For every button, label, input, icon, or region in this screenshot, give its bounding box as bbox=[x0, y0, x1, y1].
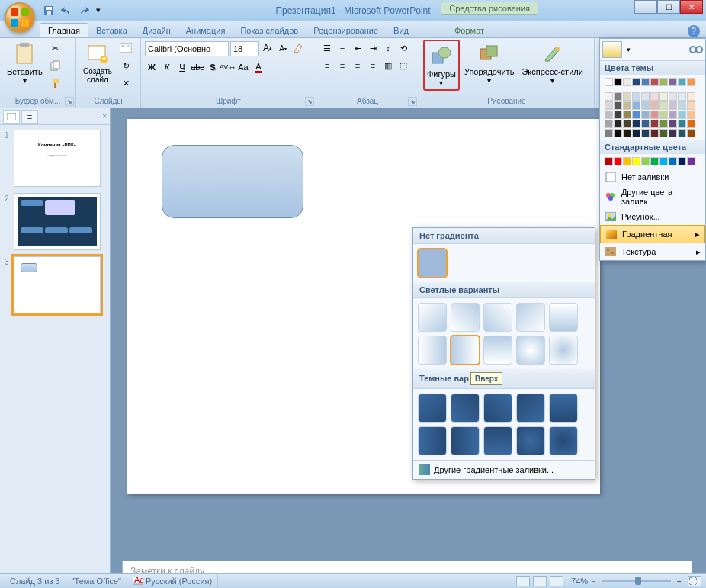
standard-color-4[interactable] bbox=[641, 157, 650, 165]
theme-tint-4-2[interactable] bbox=[623, 129, 631, 137]
theme-tint-1-7[interactable] bbox=[669, 101, 677, 110]
theme-tint-0-7[interactable] bbox=[669, 92, 677, 101]
align-left-icon[interactable]: ≡ bbox=[320, 59, 334, 72]
tab-review[interactable]: Рецензирование bbox=[306, 24, 386, 37]
help-icon[interactable]: ? bbox=[688, 25, 700, 37]
copy-icon[interactable] bbox=[47, 57, 64, 74]
theme-tint-3-8[interactable] bbox=[678, 120, 686, 128]
standard-color-1[interactable] bbox=[614, 157, 622, 165]
theme-tint-3-4[interactable] bbox=[641, 120, 650, 128]
italic-icon[interactable]: К bbox=[160, 60, 174, 74]
theme-tint-3-3[interactable] bbox=[632, 120, 640, 128]
tab-view[interactable]: Вид bbox=[386, 24, 416, 37]
fill-indicator-icon[interactable] bbox=[602, 41, 622, 58]
standard-color-0[interactable] bbox=[605, 157, 613, 165]
no-gradient-swatch[interactable] bbox=[418, 249, 447, 278]
zoom-in-icon[interactable]: + bbox=[677, 577, 682, 586]
minimize-button[interactable]: — bbox=[634, 0, 657, 14]
tab-home[interactable]: Главная bbox=[40, 23, 88, 37]
dark-gradient-7[interactable] bbox=[483, 426, 512, 455]
theme-tint-3-9[interactable] bbox=[687, 120, 695, 128]
binoculars-icon[interactable] bbox=[689, 44, 703, 55]
theme-tint-0-1[interactable] bbox=[614, 92, 622, 101]
light-gradient-0[interactable] bbox=[418, 303, 447, 332]
gradient-fill-item[interactable]: Градиентная▸ bbox=[600, 225, 705, 243]
light-gradient-8[interactable] bbox=[516, 336, 545, 365]
rounded-rect-shape[interactable] bbox=[162, 145, 303, 218]
standard-color-9[interactable] bbox=[687, 157, 695, 165]
slideshow-view-icon[interactable] bbox=[550, 576, 563, 586]
theme-color-2[interactable] bbox=[623, 78, 631, 86]
theme-tint-4-1[interactable] bbox=[614, 129, 622, 137]
theme-tint-0-2[interactable] bbox=[623, 92, 631, 101]
theme-tint-4-3[interactable] bbox=[632, 129, 640, 137]
theme-tint-0-0[interactable] bbox=[605, 92, 613, 101]
outline-tab-icon[interactable]: ≡ bbox=[21, 110, 38, 124]
clear-format-icon[interactable] bbox=[291, 41, 305, 55]
dark-gradient-4[interactable] bbox=[549, 394, 578, 423]
theme-tint-1-4[interactable] bbox=[641, 101, 650, 110]
theme-tint-4-4[interactable] bbox=[641, 129, 650, 137]
tab-insert[interactable]: Вставка bbox=[88, 24, 135, 37]
theme-tint-0-9[interactable] bbox=[687, 92, 695, 101]
align-center-icon[interactable]: ≡ bbox=[335, 59, 349, 72]
theme-tint-2-1[interactable] bbox=[614, 111, 622, 119]
theme-tint-4-5[interactable] bbox=[650, 129, 659, 137]
smartart-icon[interactable]: ⬚ bbox=[396, 59, 410, 72]
theme-tint-2-3[interactable] bbox=[632, 111, 640, 119]
light-gradient-2[interactable] bbox=[483, 303, 512, 332]
dark-gradient-6[interactable] bbox=[451, 426, 480, 455]
indent-inc-icon[interactable]: ⇥ bbox=[366, 41, 380, 55]
tab-animation[interactable]: Анимация bbox=[178, 24, 233, 37]
theme-color-7[interactable] bbox=[669, 78, 677, 86]
theme-tint-4-9[interactable] bbox=[687, 129, 695, 137]
theme-tint-2-7[interactable] bbox=[669, 111, 677, 119]
dark-gradient-1[interactable] bbox=[451, 394, 480, 423]
tab-slideshow[interactable]: Показ слайдов bbox=[233, 24, 306, 37]
bold-icon[interactable]: Ж bbox=[145, 60, 159, 74]
text-dir-icon[interactable]: ⟲ bbox=[396, 41, 410, 55]
close-button[interactable]: ✕ bbox=[680, 0, 703, 14]
indent-dec-icon[interactable]: ⇤ bbox=[351, 41, 364, 55]
theme-tint-4-8[interactable] bbox=[678, 129, 686, 137]
delete-slide-icon[interactable]: ✕ bbox=[117, 75, 135, 92]
format-painter-icon[interactable] bbox=[47, 75, 64, 92]
shadow-icon[interactable]: S bbox=[206, 60, 220, 74]
strike-icon[interactable]: abc bbox=[191, 60, 204, 74]
redo-icon[interactable] bbox=[76, 3, 91, 18]
status-lang[interactable]: AaРусский (Россия) bbox=[127, 574, 218, 588]
font-color-icon[interactable]: A bbox=[252, 60, 265, 74]
theme-tint-1-9[interactable] bbox=[687, 101, 695, 110]
standard-color-5[interactable] bbox=[650, 157, 659, 165]
columns-icon[interactable]: ▥ bbox=[381, 59, 395, 72]
theme-tint-1-3[interactable] bbox=[632, 101, 640, 110]
align-right-icon[interactable]: ≡ bbox=[351, 59, 364, 72]
paragraph-launcher-icon[interactable]: ⬊ bbox=[408, 97, 417, 106]
layout-icon[interactable] bbox=[117, 40, 135, 56]
theme-tint-1-2[interactable] bbox=[623, 101, 631, 110]
standard-color-3[interactable] bbox=[632, 157, 640, 165]
light-gradient-9[interactable] bbox=[549, 336, 578, 365]
dark-gradient-3[interactable] bbox=[516, 394, 545, 423]
zoom-out-icon[interactable]: − bbox=[591, 577, 595, 586]
theme-color-5[interactable] bbox=[650, 78, 659, 86]
theme-tint-2-9[interactable] bbox=[687, 111, 695, 119]
grow-font-icon[interactable]: A▴ bbox=[261, 41, 274, 55]
case-icon[interactable]: Aa bbox=[236, 60, 250, 74]
theme-tint-4-0[interactable] bbox=[605, 129, 613, 137]
line-spacing-icon[interactable]: ↕ bbox=[381, 41, 395, 55]
theme-tint-0-5[interactable] bbox=[650, 92, 659, 101]
light-gradient-1[interactable] bbox=[451, 303, 480, 332]
theme-tint-0-6[interactable] bbox=[659, 92, 668, 101]
font-launcher-icon[interactable]: ⬊ bbox=[305, 97, 314, 106]
dark-gradient-0[interactable] bbox=[418, 394, 447, 423]
theme-tint-2-8[interactable] bbox=[678, 111, 686, 119]
theme-tint-4-6[interactable] bbox=[659, 129, 668, 137]
tab-design[interactable]: Дизайн bbox=[135, 24, 178, 37]
shrink-font-icon[interactable]: A▾ bbox=[276, 41, 290, 55]
more-gradients-item[interactable]: Другие градиентные заливки... bbox=[413, 460, 595, 479]
picture-fill-item[interactable]: Рисунок... bbox=[600, 208, 705, 225]
light-gradient-4[interactable] bbox=[549, 303, 578, 332]
numbering-icon[interactable]: ≡ bbox=[335, 41, 349, 55]
theme-tint-1-5[interactable] bbox=[650, 101, 659, 110]
